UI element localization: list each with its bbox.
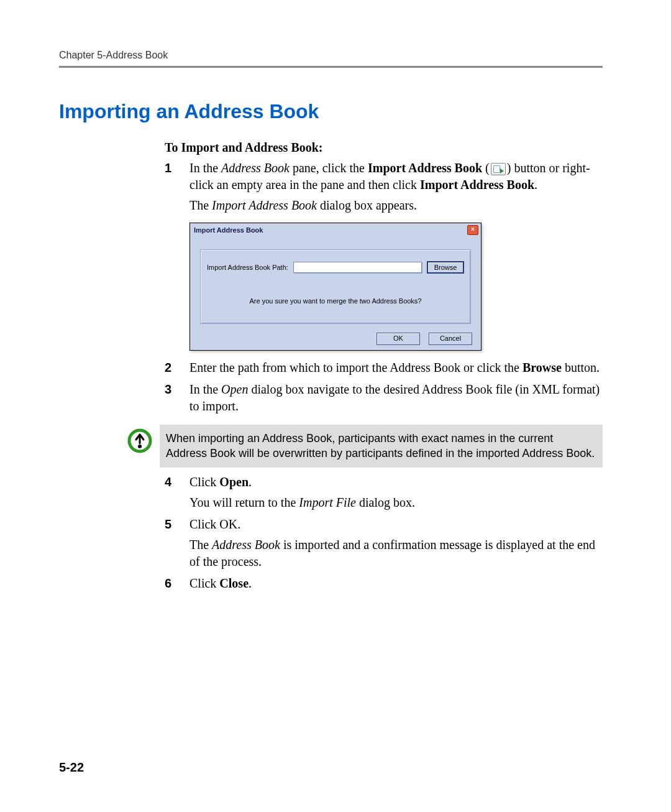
step-number: 1 <box>165 160 189 193</box>
import-address-book-icon <box>491 163 506 175</box>
close-icon[interactable]: × <box>467 225 478 235</box>
step-text: Click OK. <box>189 516 603 533</box>
step-4-follow: You will return to the Import File dialo… <box>189 494 603 511</box>
step-text: Enter the path from which to import the … <box>189 359 603 376</box>
step-5: 5 Click OK. <box>165 516 603 533</box>
step-number: 3 <box>165 381 189 415</box>
path-label: Import Address Book Path: <box>207 264 288 271</box>
step-number: 4 <box>165 474 189 491</box>
step-text: In the Open dialog box navigate to the d… <box>189 381 603 415</box>
step-text: Click Open. <box>189 474 603 491</box>
step-1: 1 In the Address Book pane, click the Im… <box>165 160 603 193</box>
step-text: In the Address Book pane, click the Impo… <box>189 160 603 193</box>
page-number: 5-22 <box>59 760 84 775</box>
ok-button[interactable]: OK <box>377 333 420 345</box>
cancel-button[interactable]: Cancel <box>429 333 472 345</box>
svg-point-1 <box>138 445 142 448</box>
note-icon <box>127 428 152 453</box>
dialog-title: Import Address Book <box>194 226 263 234</box>
merge-confirm-text: Are you sure you want to merge the two A… <box>207 297 464 305</box>
header-rule <box>59 66 603 68</box>
step-2: 2 Enter the path from which to import th… <box>165 359 603 376</box>
dialog-import-address-book: Import Address Book × Import Address Boo… <box>189 223 482 351</box>
step-number: 6 <box>165 575 189 592</box>
step-6: 6 Click Close. <box>165 575 603 592</box>
step-4: 4 Click Open. <box>165 474 603 491</box>
running-header: Chapter 5-Address Book <box>59 50 603 61</box>
step-3: 3 In the Open dialog box navigate to the… <box>165 381 603 415</box>
note-text: When importing an Address Book, particip… <box>160 425 603 468</box>
section-title: Importing an Address Book <box>59 100 603 123</box>
step-text: Click Close. <box>189 575 603 592</box>
step-1-follow: The Import Address Book dialog box appea… <box>189 197 603 214</box>
step-number: 2 <box>165 359 189 376</box>
browse-button[interactable]: Browse <box>427 261 464 274</box>
step-5-follow: The Address Book is imported and a confi… <box>189 537 603 570</box>
step-number: 5 <box>165 516 189 533</box>
path-input[interactable] <box>293 262 422 273</box>
procedure-subhead: To Import and Address Book: <box>165 141 603 155</box>
note: When importing an Address Book, particip… <box>127 425 603 468</box>
